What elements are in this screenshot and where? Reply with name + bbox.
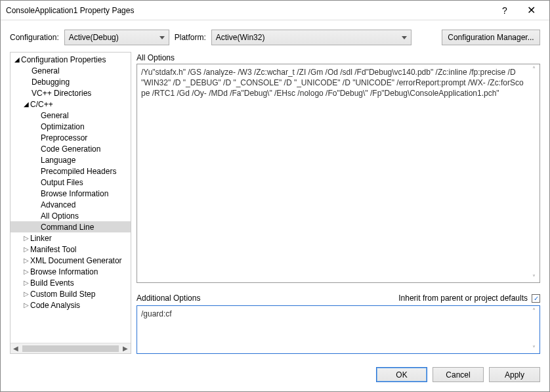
expand-icon: ▷ — [22, 290, 30, 297]
textbox-scrollbar[interactable]: ˄˅ — [529, 307, 538, 352]
collapse-icon: ◢ — [13, 56, 21, 63]
property-pages-window: ConsoleApplication1 Property Pages ? ✕ C… — [0, 0, 550, 392]
scroll-left-icon: ◀ — [11, 345, 21, 352]
tree-panel: ◢Configuration Properties General Debugg… — [10, 52, 131, 354]
additional-options-textbox[interactable]: /guard:cf ˄˅ — [137, 305, 540, 354]
tree-item-command-line[interactable]: Command Line — [11, 221, 131, 232]
inherit-row: Additional Options Inherit from parent o… — [137, 292, 540, 304]
tree-item[interactable]: Language — [11, 154, 131, 165]
scroll-up-icon: ˄ — [532, 307, 536, 315]
tree-cpp[interactable]: ◢C/C++ — [11, 98, 131, 110]
tree-item[interactable]: General — [11, 110, 131, 121]
scroll-up-icon: ˄ — [532, 66, 536, 73]
titlebar: ConsoleApplication1 Property Pages ? ✕ — [1, 1, 549, 20]
tree-item[interactable]: ▷Code Analysis — [11, 299, 131, 311]
tree-item[interactable]: Code Generation — [11, 143, 131, 154]
scroll-thumb[interactable] — [22, 345, 119, 352]
expand-icon: ▷ — [22, 234, 30, 242]
dialog-footer: OK Cancel Apply — [1, 360, 549, 391]
tree-item[interactable]: Browse Information — [11, 188, 131, 199]
tree-item[interactable]: Output Files — [11, 177, 131, 188]
additional-options-label: Additional Options — [137, 292, 200, 304]
tree-horizontal-scrollbar[interactable]: ◀ ▶ — [11, 343, 131, 353]
config-row: Configuration: Active(Debug) Platform: A… — [1, 20, 549, 52]
ok-button[interactable]: OK — [376, 367, 427, 382]
scroll-right-icon: ▶ — [120, 345, 131, 352]
tree-item[interactable]: Optimization — [11, 121, 131, 132]
configuration-label: Configuration: — [10, 33, 59, 42]
all-options-label: All Options — [137, 52, 540, 64]
tree-item[interactable]: ▷Manifest Tool — [11, 244, 131, 255]
configuration-combo[interactable]: Active(Debug) — [64, 30, 169, 45]
tree-item[interactable]: General — [11, 65, 131, 76]
tree-item[interactable]: Advanced — [11, 199, 131, 210]
close-button[interactable]: ✕ — [518, 1, 544, 20]
tree-item[interactable]: VC++ Directories — [11, 87, 131, 98]
configuration-manager-button[interactable]: Configuration Manager... — [442, 30, 540, 45]
inherit-label: Inherit from parent or project defaults — [398, 294, 528, 303]
tree-item[interactable]: All Options — [11, 210, 131, 221]
right-panel: All Options /Yu"stdafx.h" /GS /analyze- … — [137, 52, 540, 354]
expand-icon: ▷ — [22, 268, 30, 275]
tree-item[interactable]: ▷XML Document Generator — [11, 255, 131, 266]
textbox-scrollbar[interactable]: ˄˅ — [529, 66, 538, 281]
all-options-text: /Yu"stdafx.h" /GS /analyze- /W3 /Zc:wcha… — [137, 64, 539, 102]
apply-button[interactable]: Apply — [489, 367, 540, 382]
tree-item[interactable]: ▷Custom Build Step — [11, 288, 131, 299]
tree-item[interactable]: ▷Browse Information — [11, 266, 131, 277]
scroll-down-icon: ˅ — [532, 274, 536, 281]
tree-item[interactable]: ▷Linker — [11, 232, 131, 244]
window-title: ConsoleApplication1 Property Pages — [6, 6, 492, 15]
tree-item[interactable]: ▷Build Events — [11, 277, 131, 288]
tree-item[interactable]: Precompiled Headers — [11, 165, 131, 177]
expand-icon: ▷ — [22, 246, 30, 253]
scroll-down-icon: ˅ — [532, 345, 536, 352]
tree-item[interactable]: Debugging — [11, 76, 131, 87]
expand-icon: ▷ — [22, 301, 30, 309]
tree-root[interactable]: ◢Configuration Properties — [11, 54, 131, 65]
inherit-checkbox[interactable]: ✓ — [532, 294, 540, 303]
all-options-textbox[interactable]: /Yu"stdafx.h" /GS /analyze- /W3 /Zc:wcha… — [137, 64, 540, 283]
main-area: ◢Configuration Properties General Debugg… — [1, 52, 549, 360]
expand-icon: ▷ — [22, 257, 30, 264]
cancel-button[interactable]: Cancel — [433, 367, 484, 382]
help-button[interactable]: ? — [492, 1, 518, 20]
additional-options-text: /guard:cf — [137, 306, 539, 322]
tree-item[interactable]: Preprocessor — [11, 132, 131, 143]
collapse-icon: ◢ — [22, 100, 30, 108]
tree[interactable]: ◢Configuration Properties General Debugg… — [11, 53, 131, 343]
expand-icon: ▷ — [22, 279, 30, 286]
platform-label: Platform: — [175, 33, 206, 42]
platform-combo[interactable]: Active(Win32) — [211, 30, 412, 45]
